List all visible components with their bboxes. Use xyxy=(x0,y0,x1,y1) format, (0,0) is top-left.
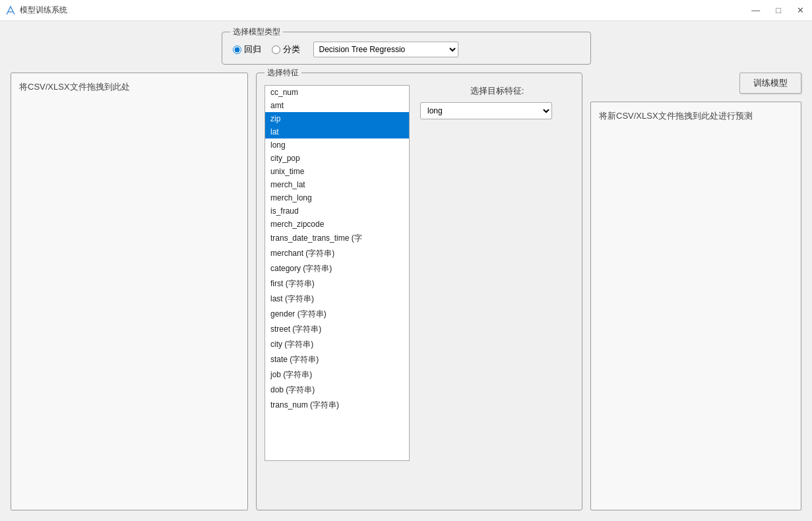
feature-item[interactable]: zip xyxy=(265,112,409,125)
main-content: 选择模型类型 回归 分类 Decision Tree Regressio xyxy=(0,21,812,521)
features-legend: 选择特征 xyxy=(265,67,301,78)
radio-regression[interactable]: 回归 xyxy=(233,44,261,55)
minimize-button[interactable]: — xyxy=(749,5,763,15)
feature-item[interactable]: lat xyxy=(265,125,409,138)
title-bar: 模型训练系统 — □ ✕ xyxy=(0,0,812,21)
feature-item[interactable]: city (字符串) xyxy=(265,337,409,352)
feature-item[interactable]: amt xyxy=(265,99,409,112)
model-type-section: 选择模型类型 回归 分类 Decision Tree Regressio xyxy=(222,32,591,65)
predict-drop-zone[interactable]: 将新CSV/XLSX文件拖拽到此处进行预测 xyxy=(590,102,801,510)
target-feature-area: 选择目标特征: long lat zip amt cc_num xyxy=(420,85,574,503)
target-select[interactable]: long lat zip amt cc_num xyxy=(420,102,552,119)
feature-item[interactable]: is_fraud xyxy=(265,204,409,218)
feature-list-container: cc_numamtziplatlongcity_popunix_timemerc… xyxy=(265,85,410,503)
feature-item[interactable]: first (字符串) xyxy=(265,276,409,291)
feature-item[interactable]: city_pop xyxy=(265,152,409,165)
feature-item[interactable]: street (字符串) xyxy=(265,322,409,337)
features-section: 选择特征 cc_numamtziplatlongcity_popunix_tim… xyxy=(256,73,582,510)
feature-item[interactable]: merch_long xyxy=(265,191,409,204)
radio-group: 回归 分类 xyxy=(233,44,300,55)
feature-item[interactable]: job (字符串) xyxy=(265,367,409,383)
feature-item[interactable]: category (字符串) xyxy=(265,261,409,276)
model-type-legend: 选择模型类型 xyxy=(230,26,283,38)
radio-classification[interactable]: 分类 xyxy=(272,44,300,55)
feature-item[interactable]: trans_date_trans_time (字 xyxy=(265,231,409,246)
model-dropdown: Decision Tree Regressio Linear Regressio… xyxy=(313,42,458,57)
feature-item[interactable]: merch_zipcode xyxy=(265,218,409,231)
train-button[interactable]: 训练模型 xyxy=(739,73,801,94)
model-select[interactable]: Decision Tree Regressio Linear Regressio… xyxy=(313,42,458,57)
window-controls: — □ ✕ xyxy=(749,5,807,15)
feature-item[interactable]: cc_num xyxy=(265,86,409,99)
feature-item[interactable]: unix_time xyxy=(265,165,409,178)
app-icon xyxy=(5,5,16,16)
middle-row: 将CSV/XLSX文件拖拽到此处 选择特征 cc_numamtziplatlon… xyxy=(11,73,801,510)
feature-item[interactable]: dob (字符串) xyxy=(265,383,409,398)
feature-item[interactable]: last (字符串) xyxy=(265,291,409,307)
feature-item[interactable]: long xyxy=(265,138,409,152)
feature-item[interactable]: state (字符串) xyxy=(265,352,409,367)
feature-item[interactable]: merch_lat xyxy=(265,178,409,191)
target-feature-label: 选择目标特征: xyxy=(420,85,574,97)
feature-list[interactable]: cc_numamtziplatlongcity_popunix_timemerc… xyxy=(265,85,410,461)
close-button[interactable]: ✕ xyxy=(794,5,807,15)
csv-drop-zone[interactable]: 将CSV/XLSX文件拖拽到此处 xyxy=(11,73,248,510)
maximize-button[interactable]: □ xyxy=(773,5,784,15)
feature-item[interactable]: gender (字符串) xyxy=(265,307,409,322)
feature-item[interactable]: merchant (字符串) xyxy=(265,246,409,261)
feature-item[interactable]: trans_num (字符串) xyxy=(265,398,409,413)
right-column: 训练模型 将新CSV/XLSX文件拖拽到此处进行预测 xyxy=(590,73,801,510)
model-type-row: 回归 分类 Decision Tree Regressio Linear Reg… xyxy=(233,42,580,57)
window-title: 模型训练系统 xyxy=(20,5,67,16)
